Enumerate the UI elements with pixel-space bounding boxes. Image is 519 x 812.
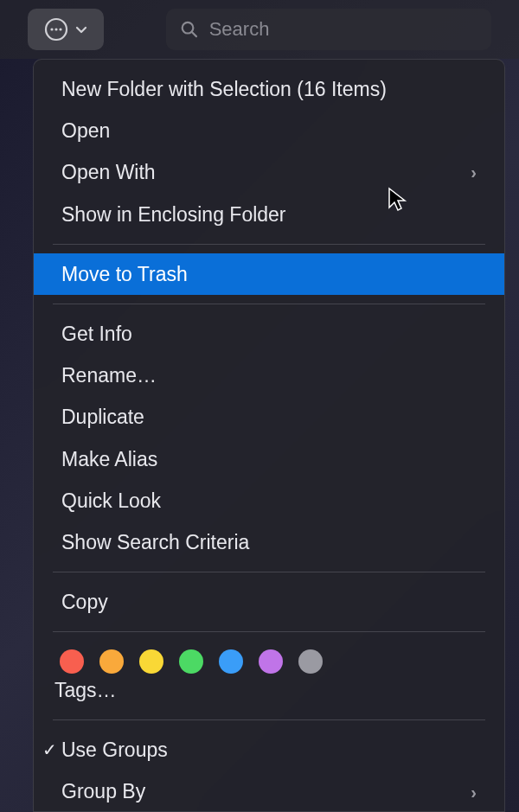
chevron-right-icon: › xyxy=(471,160,477,184)
search-input[interactable] xyxy=(209,18,477,41)
svg-point-1 xyxy=(50,28,53,30)
menu-item-label: Show in Enclosing Folder xyxy=(61,201,286,228)
menu-item-show-in-enclosing-folder[interactable]: Show in Enclosing Folder xyxy=(34,194,504,235)
menu-item-label: Make Alias xyxy=(61,445,157,473)
more-actions-button[interactable] xyxy=(28,9,104,50)
menu-item-label: Copy xyxy=(61,588,108,616)
menu-item-tags[interactable]: Tags… xyxy=(34,675,504,711)
menu-item-label: Show Search Criteria xyxy=(61,528,249,556)
menu-item-quick-look[interactable]: Quick Look xyxy=(34,480,504,521)
tag-gray[interactable] xyxy=(298,649,323,674)
menu-item-label: Get Info xyxy=(61,320,132,348)
menu-divider xyxy=(53,631,485,632)
menu-item-open[interactable]: Open xyxy=(34,110,504,151)
tag-orange[interactable] xyxy=(99,649,124,674)
tag-yellow[interactable] xyxy=(139,649,163,674)
tag-blue[interactable] xyxy=(219,649,243,674)
menu-item-label: Duplicate xyxy=(61,403,144,431)
tag-red[interactable] xyxy=(60,649,84,674)
tags-color-row xyxy=(34,641,504,675)
menu-divider xyxy=(53,572,485,572)
menu-item-show-search-criteria[interactable]: Show Search Criteria xyxy=(34,521,504,563)
menu-divider xyxy=(53,244,485,245)
menu-item-rename[interactable]: Rename… xyxy=(34,355,504,396)
menu-item-open-with[interactable]: Open With › xyxy=(34,151,504,193)
svg-point-2 xyxy=(54,28,57,30)
menu-item-label: New Folder with Selection (16 Items) xyxy=(61,75,387,103)
menu-item-label: Quick Look xyxy=(61,487,161,515)
more-circle-icon xyxy=(43,16,69,42)
menu-item-make-alias[interactable]: Make Alias xyxy=(34,438,504,480)
menu-item-move-to-trash[interactable]: Move to Trash xyxy=(34,253,504,295)
menu-item-group-by[interactable]: Group By › xyxy=(34,770,504,812)
menu-item-label: Open With xyxy=(61,158,156,186)
chevron-down-icon xyxy=(74,22,88,36)
chevron-right-icon: › xyxy=(471,780,477,804)
search-icon xyxy=(180,19,199,40)
check-icon: ✓ xyxy=(42,738,57,762)
menu-item-label: Rename… xyxy=(61,361,157,389)
tag-green[interactable] xyxy=(179,649,203,674)
menu-item-duplicate[interactable]: Duplicate xyxy=(34,396,504,438)
search-box[interactable] xyxy=(166,9,491,50)
toolbar xyxy=(0,0,519,59)
tag-purple[interactable] xyxy=(259,649,283,674)
menu-item-use-groups[interactable]: ✓ Use Groups xyxy=(34,729,504,770)
menu-item-label: Use Groups xyxy=(61,736,168,764)
menu-item-new-folder-with-selection[interactable]: New Folder with Selection (16 Items) xyxy=(34,68,504,110)
menu-item-get-info[interactable]: Get Info xyxy=(34,313,504,355)
menu-divider xyxy=(53,304,485,304)
svg-point-3 xyxy=(59,28,61,30)
menu-divider xyxy=(53,719,485,720)
svg-line-5 xyxy=(192,32,196,36)
menu-item-copy[interactable]: Copy xyxy=(34,581,504,623)
menu-item-label: Open xyxy=(61,117,110,144)
context-menu: New Folder with Selection (16 Items) Ope… xyxy=(33,59,505,812)
menu-item-label: Move to Trash xyxy=(61,260,188,288)
menu-item-label: Group By xyxy=(61,777,145,805)
menu-item-label: Tags… xyxy=(54,679,117,701)
